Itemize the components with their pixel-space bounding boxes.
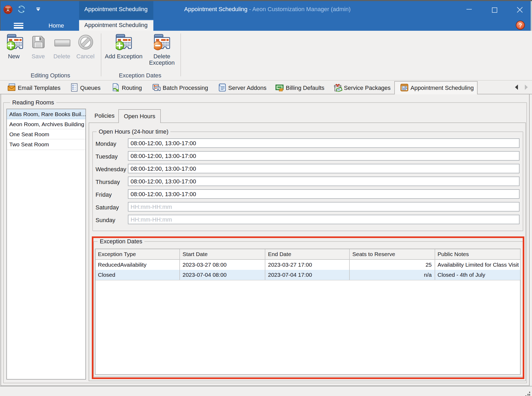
svg-text:?: ? xyxy=(518,22,522,29)
